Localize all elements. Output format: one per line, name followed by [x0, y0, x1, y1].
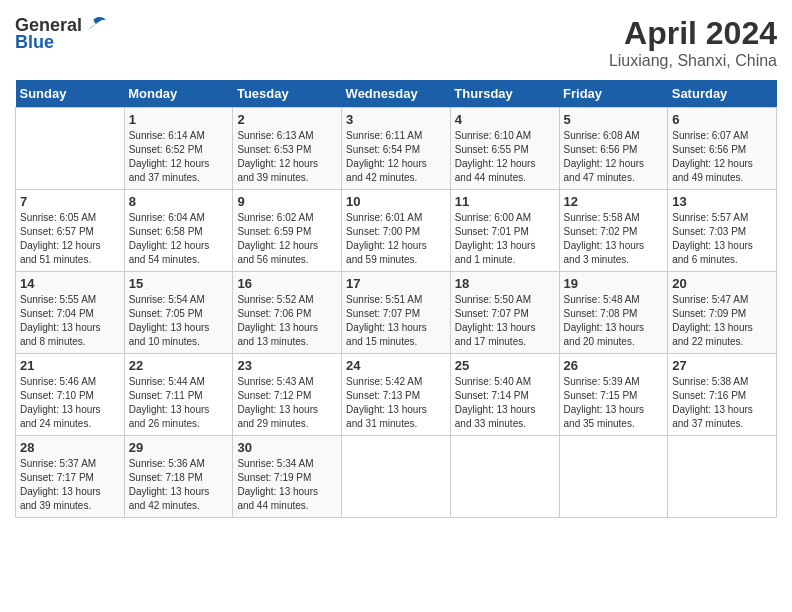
- day-info: Sunrise: 6:13 AMSunset: 6:53 PMDaylight:…: [237, 129, 337, 185]
- day-number: 10: [346, 194, 446, 209]
- day-info: Sunrise: 6:08 AMSunset: 6:56 PMDaylight:…: [564, 129, 664, 185]
- calendar-cell: 22Sunrise: 5:44 AMSunset: 7:11 PMDayligh…: [124, 354, 233, 436]
- calendar-cell: 10Sunrise: 6:01 AMSunset: 7:00 PMDayligh…: [342, 190, 451, 272]
- calendar-week-row: 7Sunrise: 6:05 AMSunset: 6:57 PMDaylight…: [16, 190, 777, 272]
- day-number: 20: [672, 276, 772, 291]
- day-of-week-header: Wednesday: [342, 80, 451, 108]
- day-number: 4: [455, 112, 555, 127]
- calendar-cell: [668, 436, 777, 518]
- calendar-cell: 19Sunrise: 5:48 AMSunset: 7:08 PMDayligh…: [559, 272, 668, 354]
- logo: General Blue: [15, 15, 108, 53]
- day-of-week-header: Saturday: [668, 80, 777, 108]
- calendar-cell: 23Sunrise: 5:43 AMSunset: 7:12 PMDayligh…: [233, 354, 342, 436]
- day-info: Sunrise: 5:47 AMSunset: 7:09 PMDaylight:…: [672, 293, 772, 349]
- day-number: 6: [672, 112, 772, 127]
- day-number: 29: [129, 440, 229, 455]
- day-of-week-header: Friday: [559, 80, 668, 108]
- day-info: Sunrise: 5:39 AMSunset: 7:15 PMDaylight:…: [564, 375, 664, 431]
- calendar-cell: 4Sunrise: 6:10 AMSunset: 6:55 PMDaylight…: [450, 108, 559, 190]
- day-of-week-header: Tuesday: [233, 80, 342, 108]
- day-info: Sunrise: 5:50 AMSunset: 7:07 PMDaylight:…: [455, 293, 555, 349]
- calendar-cell: [16, 108, 125, 190]
- calendar-cell: 8Sunrise: 6:04 AMSunset: 6:58 PMDaylight…: [124, 190, 233, 272]
- day-info: Sunrise: 5:52 AMSunset: 7:06 PMDaylight:…: [237, 293, 337, 349]
- calendar-cell: 3Sunrise: 6:11 AMSunset: 6:54 PMDaylight…: [342, 108, 451, 190]
- day-number: 23: [237, 358, 337, 373]
- day-info: Sunrise: 5:57 AMSunset: 7:03 PMDaylight:…: [672, 211, 772, 267]
- calendar-cell: 1Sunrise: 6:14 AMSunset: 6:52 PMDaylight…: [124, 108, 233, 190]
- day-number: 11: [455, 194, 555, 209]
- sub-title: Liuxiang, Shanxi, China: [609, 52, 777, 70]
- day-info: Sunrise: 5:37 AMSunset: 7:17 PMDaylight:…: [20, 457, 120, 513]
- day-info: Sunrise: 6:11 AMSunset: 6:54 PMDaylight:…: [346, 129, 446, 185]
- day-info: Sunrise: 5:51 AMSunset: 7:07 PMDaylight:…: [346, 293, 446, 349]
- day-number: 3: [346, 112, 446, 127]
- day-info: Sunrise: 5:34 AMSunset: 7:19 PMDaylight:…: [237, 457, 337, 513]
- logo-bird-icon: [84, 16, 108, 36]
- calendar-cell: 16Sunrise: 5:52 AMSunset: 7:06 PMDayligh…: [233, 272, 342, 354]
- day-number: 17: [346, 276, 446, 291]
- day-info: Sunrise: 5:54 AMSunset: 7:05 PMDaylight:…: [129, 293, 229, 349]
- day-info: Sunrise: 5:38 AMSunset: 7:16 PMDaylight:…: [672, 375, 772, 431]
- day-number: 24: [346, 358, 446, 373]
- calendar-cell: 30Sunrise: 5:34 AMSunset: 7:19 PMDayligh…: [233, 436, 342, 518]
- day-info: Sunrise: 6:00 AMSunset: 7:01 PMDaylight:…: [455, 211, 555, 267]
- calendar-cell: 7Sunrise: 6:05 AMSunset: 6:57 PMDaylight…: [16, 190, 125, 272]
- day-info: Sunrise: 5:48 AMSunset: 7:08 PMDaylight:…: [564, 293, 664, 349]
- calendar-cell: 20Sunrise: 5:47 AMSunset: 7:09 PMDayligh…: [668, 272, 777, 354]
- calendar-week-row: 14Sunrise: 5:55 AMSunset: 7:04 PMDayligh…: [16, 272, 777, 354]
- day-info: Sunrise: 6:04 AMSunset: 6:58 PMDaylight:…: [129, 211, 229, 267]
- calendar-cell: 5Sunrise: 6:08 AMSunset: 6:56 PMDaylight…: [559, 108, 668, 190]
- day-info: Sunrise: 5:40 AMSunset: 7:14 PMDaylight:…: [455, 375, 555, 431]
- calendar-cell: 11Sunrise: 6:00 AMSunset: 7:01 PMDayligh…: [450, 190, 559, 272]
- calendar-week-row: 28Sunrise: 5:37 AMSunset: 7:17 PMDayligh…: [16, 436, 777, 518]
- day-info: Sunrise: 5:55 AMSunset: 7:04 PMDaylight:…: [20, 293, 120, 349]
- day-number: 25: [455, 358, 555, 373]
- day-number: 28: [20, 440, 120, 455]
- day-number: 14: [20, 276, 120, 291]
- calendar-cell: 24Sunrise: 5:42 AMSunset: 7:13 PMDayligh…: [342, 354, 451, 436]
- calendar-cell: 27Sunrise: 5:38 AMSunset: 7:16 PMDayligh…: [668, 354, 777, 436]
- calendar-week-row: 1Sunrise: 6:14 AMSunset: 6:52 PMDaylight…: [16, 108, 777, 190]
- calendar-cell: [450, 436, 559, 518]
- logo-blue-text: Blue: [15, 32, 54, 53]
- day-number: 18: [455, 276, 555, 291]
- day-number: 7: [20, 194, 120, 209]
- day-number: 8: [129, 194, 229, 209]
- calendar-cell: 29Sunrise: 5:36 AMSunset: 7:18 PMDayligh…: [124, 436, 233, 518]
- day-info: Sunrise: 5:36 AMSunset: 7:18 PMDaylight:…: [129, 457, 229, 513]
- day-number: 15: [129, 276, 229, 291]
- title-section: April 2024 Liuxiang, Shanxi, China: [609, 15, 777, 70]
- day-of-week-header: Thursday: [450, 80, 559, 108]
- day-number: 30: [237, 440, 337, 455]
- calendar-cell: 12Sunrise: 5:58 AMSunset: 7:02 PMDayligh…: [559, 190, 668, 272]
- calendar-cell: [559, 436, 668, 518]
- calendar-cell: 18Sunrise: 5:50 AMSunset: 7:07 PMDayligh…: [450, 272, 559, 354]
- calendar-cell: 2Sunrise: 6:13 AMSunset: 6:53 PMDaylight…: [233, 108, 342, 190]
- day-info: Sunrise: 6:07 AMSunset: 6:56 PMDaylight:…: [672, 129, 772, 185]
- calendar-cell: 28Sunrise: 5:37 AMSunset: 7:17 PMDayligh…: [16, 436, 125, 518]
- calendar-cell: 14Sunrise: 5:55 AMSunset: 7:04 PMDayligh…: [16, 272, 125, 354]
- header: General Blue April 2024 Liuxiang, Shanxi…: [15, 15, 777, 70]
- day-info: Sunrise: 5:46 AMSunset: 7:10 PMDaylight:…: [20, 375, 120, 431]
- calendar-cell: 25Sunrise: 5:40 AMSunset: 7:14 PMDayligh…: [450, 354, 559, 436]
- calendar-header-row: SundayMondayTuesdayWednesdayThursdayFrid…: [16, 80, 777, 108]
- calendar-cell: 15Sunrise: 5:54 AMSunset: 7:05 PMDayligh…: [124, 272, 233, 354]
- calendar-cell: 13Sunrise: 5:57 AMSunset: 7:03 PMDayligh…: [668, 190, 777, 272]
- calendar-table: SundayMondayTuesdayWednesdayThursdayFrid…: [15, 80, 777, 518]
- day-info: Sunrise: 6:10 AMSunset: 6:55 PMDaylight:…: [455, 129, 555, 185]
- calendar-cell: 17Sunrise: 5:51 AMSunset: 7:07 PMDayligh…: [342, 272, 451, 354]
- day-number: 12: [564, 194, 664, 209]
- day-number: 16: [237, 276, 337, 291]
- day-info: Sunrise: 6:01 AMSunset: 7:00 PMDaylight:…: [346, 211, 446, 267]
- calendar-cell: [342, 436, 451, 518]
- day-number: 1: [129, 112, 229, 127]
- day-of-week-header: Sunday: [16, 80, 125, 108]
- day-number: 19: [564, 276, 664, 291]
- day-number: 27: [672, 358, 772, 373]
- day-number: 9: [237, 194, 337, 209]
- day-number: 21: [20, 358, 120, 373]
- day-info: Sunrise: 6:02 AMSunset: 6:59 PMDaylight:…: [237, 211, 337, 267]
- calendar-cell: 9Sunrise: 6:02 AMSunset: 6:59 PMDaylight…: [233, 190, 342, 272]
- day-info: Sunrise: 6:05 AMSunset: 6:57 PMDaylight:…: [20, 211, 120, 267]
